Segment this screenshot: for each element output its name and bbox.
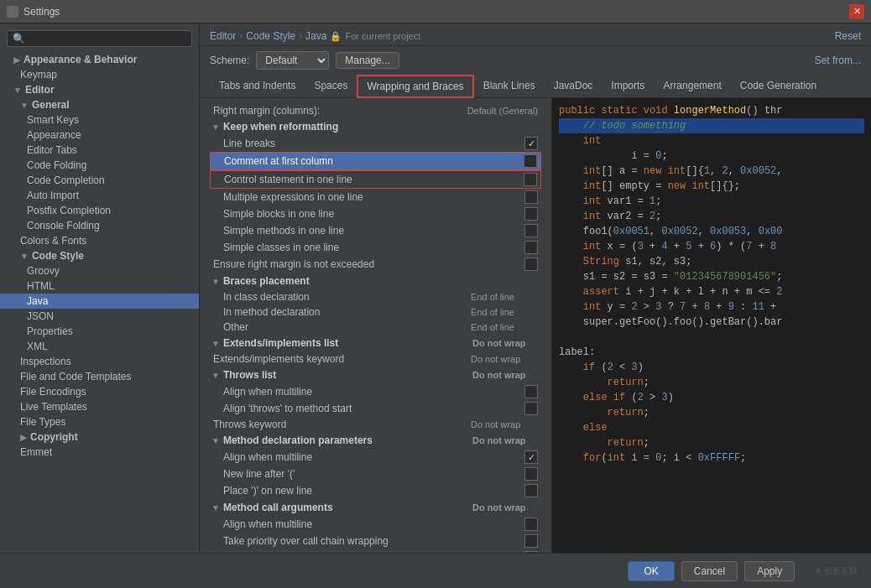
sidebar-item-file-encodings[interactable]: File Encodings <box>0 384 199 399</box>
control-statement-check[interactable] <box>524 173 537 186</box>
simple-methods-check[interactable] <box>524 224 538 237</box>
simple-classes-check[interactable] <box>524 241 538 254</box>
method-call-section: ▼ Method call arguments Do not wrap <box>210 499 541 516</box>
sidebar-item-properties[interactable]: Properties <box>0 324 199 339</box>
sidebar-item-editor-tabs[interactable]: Editor Tabs <box>0 143 199 158</box>
ok-button[interactable]: OK <box>628 561 674 581</box>
sidebar-item-code-style[interactable]: ▼ Code Style <box>0 248 199 263</box>
sidebar-item-editor[interactable]: ▼ Editor <box>0 82 199 97</box>
sidebar-item-appearance-behavior[interactable]: ▶ Appearance & Behavior <box>0 52 199 67</box>
tab-imports[interactable]: Imports <box>602 75 654 98</box>
align-call-multiline-check[interactable] <box>524 518 538 531</box>
ensure-right-margin-check[interactable] <box>524 258 538 271</box>
sidebar-item-file-types[interactable]: File Types <box>0 414 199 429</box>
extends-keyword-val: Do not wrap <box>471 354 538 364</box>
sidebar-item-json[interactable]: JSON <box>0 309 199 324</box>
sidebar-item-code-completion[interactable]: Code Completion <box>0 173 199 188</box>
align-multiline-check[interactable] <box>524 385 538 398</box>
extends-keyword-row: Extends/implements keyword Do not wrap <box>210 351 541 367</box>
comment-first-check[interactable] <box>524 154 537 168</box>
throws-keyword-label: Throws keyword <box>213 419 471 430</box>
sidebar-item-inspections[interactable]: Inspections <box>0 354 199 369</box>
new-line-after-label: New line after '(' <box>223 468 524 480</box>
sidebar-item-code-folding[interactable]: Code Folding <box>0 158 199 173</box>
sidebar-label: XML <box>27 341 48 352</box>
code-line: i = 0; <box>559 148 864 164</box>
tab-code-generation[interactable]: Code Generation <box>731 75 826 98</box>
in-method-decl-label: In method declaration <box>223 306 471 318</box>
expand-arrow: ▼ <box>20 252 29 261</box>
apply-button[interactable]: Apply <box>744 561 795 581</box>
sidebar-item-keymap[interactable]: Keymap <box>0 67 199 82</box>
right-margin-label: Right margin (columns): <box>213 105 467 117</box>
set-from-link[interactable]: Set from... <box>815 55 861 66</box>
sidebar-item-copyright[interactable]: ▶ Copyright <box>0 429 199 445</box>
new-line-after2-check[interactable] <box>524 551 538 553</box>
sidebar-item-auto-import[interactable]: Auto Import <box>0 188 199 203</box>
align-throws-label: Align 'throws' to method start <box>223 403 524 414</box>
code-line: return; <box>559 375 864 390</box>
code-line: if (2 < 3) <box>559 360 864 375</box>
search-input[interactable] <box>29 33 186 44</box>
sidebar-label: Java <box>27 295 48 307</box>
comment-first-label: Comment at first column <box>224 155 524 167</box>
line-breaks-check[interactable] <box>524 137 538 150</box>
sidebar-label: Copyright <box>30 431 78 443</box>
simple-methods-label: Simple methods in one line <box>223 225 524 237</box>
sidebar-label: General <box>32 99 70 111</box>
multiple-expressions-check[interactable] <box>524 190 538 204</box>
scheme-label: Scheme: <box>210 55 249 66</box>
in-class-decl-label: In class declaration <box>223 291 471 303</box>
sidebar-item-java[interactable]: Java ← <box>0 294 199 309</box>
content-header: Editor › Code Style › Java 🔒 For current… <box>200 23 871 46</box>
code-line: int[] empty = new int[]{}; <box>559 179 864 194</box>
scheme-select[interactable]: Default <box>256 51 329 70</box>
sidebar-label: Live Templates <box>20 401 87 413</box>
tab-javadoc[interactable]: JavaDoc <box>545 75 602 98</box>
new-line-after-check[interactable] <box>524 467 538 481</box>
collapse-arrow: ▼ <box>211 277 220 286</box>
section-label: Keep when reformatting <box>223 121 338 133</box>
tab-arrangement[interactable]: Arrangement <box>654 75 730 98</box>
place-on-new-line-check[interactable] <box>524 484 538 497</box>
breadcrumb-sep1: › <box>239 30 243 42</box>
cancel-button[interactable]: Cancel <box>681 561 738 581</box>
sidebar-item-emmet[interactable]: Emmet <box>0 445 199 460</box>
sidebar-item-smart-keys[interactable]: Smart Keys <box>0 112 199 127</box>
tab-tabs-indents[interactable]: Tabs and Indents <box>210 75 305 98</box>
take-priority-check[interactable] <box>524 534 538 548</box>
sidebar-item-general[interactable]: ▼ General <box>0 97 199 112</box>
close-button[interactable]: ✕ <box>849 4 864 19</box>
throws-keyword-row: Throws keyword Do not wrap <box>210 417 541 432</box>
simple-blocks-check[interactable] <box>524 207 538 221</box>
collapse-arrow: ▼ <box>211 436 220 445</box>
sidebar-item-appearance[interactable]: Appearance <box>0 127 199 143</box>
sidebar-label: Colors & Fonts <box>20 235 86 247</box>
sidebar-item-colors-fonts[interactable]: Colors & Fonts <box>0 233 199 248</box>
sidebar-item-html[interactable]: HTML <box>0 278 199 294</box>
code-line: // todo something <box>559 118 864 133</box>
section-label: Method call arguments <box>223 502 333 513</box>
reset-link[interactable]: Reset <box>835 30 861 42</box>
sidebar-item-console-folding[interactable]: Console Folding <box>0 218 199 233</box>
code-line: else if (2 > 3) <box>559 390 864 405</box>
control-statement-label: Control statement in one line <box>224 174 524 185</box>
sidebar-label: File Encodings <box>20 386 86 398</box>
section-label: Braces placement <box>223 275 310 287</box>
sidebar-item-xml[interactable]: XML <box>0 339 199 354</box>
take-priority-row: Take priority over call chain wrapping <box>210 533 541 549</box>
tab-wrapping-braces[interactable]: Wrapping and Braces <box>357 75 473 98</box>
breadcrumb-sep2: › <box>299 30 302 42</box>
sidebar-item-file-code-templates[interactable]: File and Code Templates <box>0 369 199 384</box>
sidebar-item-groovy[interactable]: Groovy <box>0 263 199 278</box>
extends-list-section: ▼ Extends/implements list Do not wrap <box>210 335 541 351</box>
tab-spaces[interactable]: Spaces <box>305 75 357 98</box>
throws-list-val: Do not wrap <box>472 370 540 380</box>
sidebar-item-live-templates[interactable]: Live Templates <box>0 399 199 414</box>
align-when-multiline-check[interactable] <box>524 450 538 464</box>
align-throws-check[interactable] <box>524 402 538 415</box>
tab-blank-lines[interactable]: Blank Lines <box>474 75 545 98</box>
sidebar-item-postfix-completion[interactable]: Postfix Completion <box>0 203 199 218</box>
search-box[interactable]: 🔍 <box>7 30 192 47</box>
manage-button[interactable]: Manage... <box>336 52 399 69</box>
